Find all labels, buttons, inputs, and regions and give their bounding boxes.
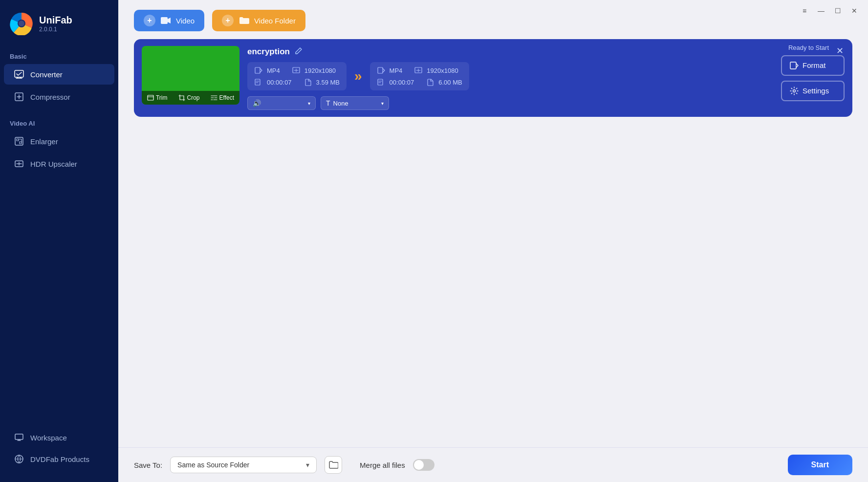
audio-dropdown-arrow: ▾ — [308, 101, 310, 106]
app-container: ≡ — ☐ ✕ — [0, 0, 868, 482]
output-duration-icon — [377, 78, 386, 87]
subtitle-dropdown-arrow: ▾ — [381, 101, 384, 106]
svg-rect-9 — [161, 17, 168, 24]
meta-conversion-row: MP4 1920x1080 — [247, 62, 773, 90]
svg-point-18 — [793, 89, 796, 92]
save-path-value: Same as Source Folder — [177, 461, 249, 469]
sidebar-item-enlarger[interactable]: Enlarger — [4, 131, 114, 152]
sidebar-item-converter[interactable]: Converter — [4, 64, 114, 85]
sidebar-video-ai-label: Video AI — [0, 112, 118, 130]
menu-button[interactable]: ≡ — [797, 4, 812, 18]
ready-status: Ready to Start — [788, 44, 829, 51]
enlarger-label: Enlarger — [30, 137, 58, 146]
edit-icon — [295, 47, 303, 55]
svg-rect-7 — [15, 434, 23, 439]
compressor-icon — [14, 91, 24, 102]
output-resolution-icon — [414, 66, 423, 75]
source-duration-icon — [254, 78, 263, 87]
effect-icon — [211, 94, 217, 101]
logo-icon — [10, 12, 33, 35]
title-bar: ≡ — ☐ ✕ — [791, 0, 868, 22]
effect-button[interactable]: Effect — [207, 93, 238, 103]
audio-icon: 🔊 — [253, 99, 261, 107]
svg-rect-14 — [378, 67, 383, 73]
dvdfab-icon — [14, 454, 24, 464]
subtitle-dropdown[interactable]: T None ▾ — [321, 96, 389, 110]
video-plus-icon: + — [144, 15, 155, 26]
card-close-button[interactable]: ✕ — [833, 44, 846, 58]
merge-toggle[interactable] — [413, 459, 434, 471]
add-folder-button[interactable]: + Video Folder — [212, 10, 305, 31]
video-actions-bar: Trim Crop Effect — [142, 91, 239, 105]
edit-title-button[interactable] — [294, 46, 304, 57]
crop-button[interactable]: Crop — [174, 93, 204, 103]
sidebar-item-dvdfab[interactable]: DVDFab Products — [4, 449, 114, 469]
video-card: Ready to Start ✕ Trim — [134, 39, 852, 117]
save-path-dropdown[interactable]: Same as Source Folder ▾ — [170, 457, 317, 473]
output-size-icon — [426, 78, 434, 87]
toggle-knob — [414, 460, 424, 470]
logo-text: UniFab 2.0.0.1 — [39, 14, 72, 33]
source-format-icon — [254, 66, 263, 75]
dvdfab-label: DVDFab Products — [30, 455, 89, 463]
add-video-button[interactable]: + Video — [134, 10, 204, 31]
browse-folder-button[interactable] — [325, 456, 342, 474]
output-format-row: MP4 1920x1080 — [377, 66, 462, 75]
source-size-icon — [304, 78, 312, 87]
svg-rect-10 — [148, 95, 153, 100]
converter-label: Converter — [30, 70, 63, 79]
format-button[interactable]: Format — [781, 55, 845, 76]
hdr-icon — [14, 158, 24, 169]
converter-icon — [14, 69, 24, 80]
output-duration: 00:00:07 — [390, 79, 414, 86]
audio-dropdown[interactable]: 🔊 ▾ — [247, 96, 316, 110]
hdr-upscaler-label: HDR Upscaler — [30, 160, 77, 168]
crop-icon — [178, 94, 185, 101]
source-resolution-icon — [292, 66, 301, 75]
video-title-row: encryption — [247, 46, 773, 57]
video-icon — [160, 16, 171, 25]
svg-rect-16 — [378, 79, 383, 85]
source-duration: 00:00:07 — [267, 79, 292, 86]
selectors-row: 🔊 ▾ T None ▾ — [247, 96, 773, 110]
merge-label: Merge all files — [360, 461, 405, 469]
compressor-label: Compressor — [30, 93, 70, 101]
output-format: MP4 — [390, 67, 403, 74]
source-resolution: 1920x1080 — [304, 67, 336, 74]
video-list: Ready to Start ✕ Trim — [118, 39, 868, 447]
sidebar-item-compressor[interactable]: Compressor — [4, 87, 114, 107]
output-size: 6.00 MB — [438, 79, 462, 86]
subtitle-value: None — [333, 100, 348, 107]
start-button[interactable]: Start — [788, 455, 852, 475]
settings-icon — [790, 87, 799, 95]
svg-rect-13 — [255, 79, 260, 85]
source-size: 3.59 MB — [316, 79, 340, 86]
workspace-icon — [14, 432, 24, 443]
svg-rect-11 — [255, 67, 260, 73]
source-format: MP4 — [267, 67, 280, 74]
format-icon — [790, 61, 799, 70]
sidebar-item-hdr-upscaler[interactable]: HDR Upscaler — [4, 153, 114, 174]
trim-icon — [147, 94, 154, 101]
minimize-button[interactable]: — — [813, 4, 829, 18]
bottom-bar: Save To: Same as Source Folder ▾ Merge a… — [118, 447, 868, 482]
source-duration-row: 00:00:07 3.59 MB — [254, 78, 340, 87]
subtitle-icon: T — [326, 99, 330, 107]
svg-point-2 — [19, 21, 24, 26]
svg-rect-17 — [790, 62, 796, 69]
close-button[interactable]: ✕ — [846, 4, 862, 18]
trim-button[interactable]: Trim — [143, 93, 172, 103]
save-path-arrow: ▾ — [306, 461, 309, 469]
conversion-arrow: » — [350, 68, 366, 84]
maximize-button[interactable]: ☐ — [830, 4, 846, 18]
folder-plus-icon: + — [222, 15, 234, 26]
toolbar: + Video + Video Folder — [118, 0, 868, 39]
sidebar-item-workspace[interactable]: Workspace — [4, 427, 114, 448]
logo-name: UniFab — [39, 14, 72, 26]
folder-icon — [239, 16, 249, 25]
logo-version: 2.0.0.1 — [39, 26, 72, 33]
settings-button[interactable]: Settings — [781, 81, 845, 101]
video-thumbnail: Trim Crop Effect — [142, 46, 239, 105]
save-to-label: Save To: — [134, 461, 162, 469]
source-meta-block: MP4 1920x1080 — [247, 62, 347, 90]
